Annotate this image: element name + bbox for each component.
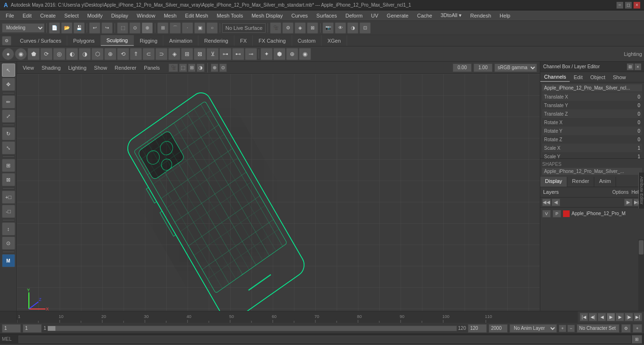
layer-prev-prev-button[interactable]: ◀◀ [542,199,551,206]
add-div-button[interactable]: +□ [2,191,15,204]
dra-tab-render[interactable]: Render [567,177,594,187]
select-tool-button[interactable]: ↖ [2,64,15,77]
sculpt-tool-11[interactable]: ⇑ [130,48,142,60]
menu-help[interactable]: Help [496,12,514,19]
lasso-select-button[interactable]: ⊙ [129,22,141,34]
options-label[interactable]: Options [612,190,628,195]
anim-layer-remove-button[interactable]: − [567,325,575,332]
view-menu-view[interactable]: View [20,64,37,72]
anim-layer-select[interactable]: No Anim Layer [510,324,557,333]
viewport-button[interactable]: ⊡ [359,22,371,34]
sculpt-special-3[interactable]: ⊕ [286,48,298,60]
menu-deform[interactable]: Deform [341,12,366,19]
fps-input[interactable] [468,324,487,333]
sculpt-tool-5[interactable]: ◎ [53,48,65,60]
sculpt-tool-12[interactable]: ⊂ [143,48,155,60]
save-file-button[interactable]: 💾 [73,22,85,34]
maximize-button[interactable]: □ [625,2,632,9]
sculpt-tool-8[interactable]: ⬡ [91,48,104,60]
snap-curve-button[interactable]: ⌒ [170,22,181,34]
sculpt-tool-14[interactable]: ◈ [168,48,180,60]
viewport-canvas[interactable]: X Y Z persp [17,74,540,311]
sculpt-tool-2[interactable]: ◉ [15,48,27,60]
sculpt-special-2[interactable]: ⬢ [273,48,286,60]
tab-fx[interactable]: FX [234,35,253,46]
panel-close-button[interactable]: × [635,64,641,70]
tab-animation[interactable]: Animation [163,35,198,46]
panel-float-button[interactable]: ⊞ [627,64,634,70]
menu-select[interactable]: Select [61,12,83,19]
sculpt-tool-10[interactable]: ⟲ [117,48,129,60]
sculpt-tool-4[interactable]: ⟳ [40,48,53,60]
tab-settings-button[interactable]: ⚙ [2,36,11,45]
menu-uv[interactable]: UV [367,12,382,19]
sculpt-tool-13[interactable]: ⊃ [155,48,168,60]
menu-3dto-all[interactable]: 3DtoAll ▾ [437,11,466,19]
rotation-x-input[interactable] [453,64,472,72]
symmetry-button[interactable]: ↕ [2,222,15,236]
undo-button[interactable]: ↩ [89,22,100,34]
paint-select-button[interactable]: ⊕ [142,22,153,34]
frame-display-input[interactable] [23,324,42,333]
tab-polygons[interactable]: Polygons [67,35,100,46]
vp-show-all-btn[interactable]: ⊕ [211,64,218,72]
menu-rendesh[interactable]: Rendesh [466,12,495,19]
sculpt-select-button[interactable]: ⤢ [2,109,15,123]
view-menu-shading[interactable]: Shading [39,64,63,72]
next-key-button[interactable]: |▶ [625,313,633,321]
layer-prev-button[interactable]: ◀ [552,199,560,206]
move-tool-button[interactable]: ✥ [2,78,15,91]
view-menu-show[interactable]: Show [91,64,110,72]
character-set-button[interactable]: No Character Set [577,324,619,333]
view-menu-panels[interactable]: Panels [141,64,163,72]
tab-rigging[interactable]: Rigging [134,35,163,46]
frame-selected-button[interactable]: ⊠ [2,173,15,186]
menu-window[interactable]: Window [133,12,159,19]
script-editor-button[interactable]: ⊞ [632,335,642,344]
menu-edit[interactable]: Edit [19,12,36,19]
command-input[interactable] [18,336,631,343]
menu-generate[interactable]: Generate [383,12,412,19]
dra-tab-anim[interactable]: Anim [594,177,616,187]
menu-edit-mesh[interactable]: Edit Mesh [181,12,212,19]
tab-rendering[interactable]: Rendering [198,35,234,46]
cb-tab-edit[interactable]: Edit [570,73,586,82]
color-profile-select[interactable]: sRGB gamma [494,64,537,72]
rotation-y-input[interactable] [474,64,492,72]
close-button[interactable]: × [634,2,640,9]
scale-tool-button[interactable]: ⤡ [2,141,15,154]
sculpt-tool-20[interactable]: ⊸ [245,48,257,60]
attribute-editor-tab[interactable]: Attribute Editor [638,172,644,209]
prev-key-button[interactable]: ◀| [589,313,597,321]
snap-surface-button[interactable]: ▣ [194,22,206,34]
hypershade-button[interactable]: ◈ [295,22,306,34]
new-file-button[interactable]: 📄 [49,22,60,34]
menu-cache[interactable]: Cache [413,12,436,19]
menu-file[interactable]: File [2,12,18,19]
open-file-button[interactable]: 📂 [61,22,72,34]
layer-color-swatch[interactable] [563,210,570,217]
right-scrollbar[interactable] [638,239,644,311]
right-scrollbar-thumb[interactable] [639,240,644,254]
select-mode-button[interactable]: ⬚ [117,22,128,34]
cb-tab-object[interactable]: Object [586,73,609,82]
prev-frame-button[interactable]: ◀ [598,313,606,321]
snap-grid-button[interactable]: ⊞ [157,22,169,34]
relax-button[interactable]: ⊙ [2,236,15,250]
vp-shaded-btn[interactable]: ◑ [197,64,205,72]
tab-fx-caching[interactable]: FX Caching [253,35,292,46]
paint-tool-button[interactable]: ✏ [2,95,15,109]
camera-button[interactable]: 📷 [322,22,334,34]
sculpt-tool-3[interactable]: ⬟ [27,48,40,60]
sculpt-tool-1[interactable]: ● [2,48,14,60]
tab-curves-surfaces[interactable]: Curves / Surfaces [14,35,67,46]
menu-modify[interactable]: Modify [83,12,106,19]
go-end-button[interactable]: ▶| [634,313,642,321]
frame-all-button[interactable]: ⊞ [2,159,15,172]
dra-tab-display[interactable]: Display [540,177,567,187]
sculpt-tool-17[interactable]: ⊻ [206,48,219,60]
cb-tab-channels[interactable]: Channels [540,73,570,82]
sub-div-button[interactable]: -□ [2,205,15,218]
tab-sculpting[interactable]: Sculpting [101,35,134,46]
snap-live-button[interactable]: ○ [206,22,218,34]
